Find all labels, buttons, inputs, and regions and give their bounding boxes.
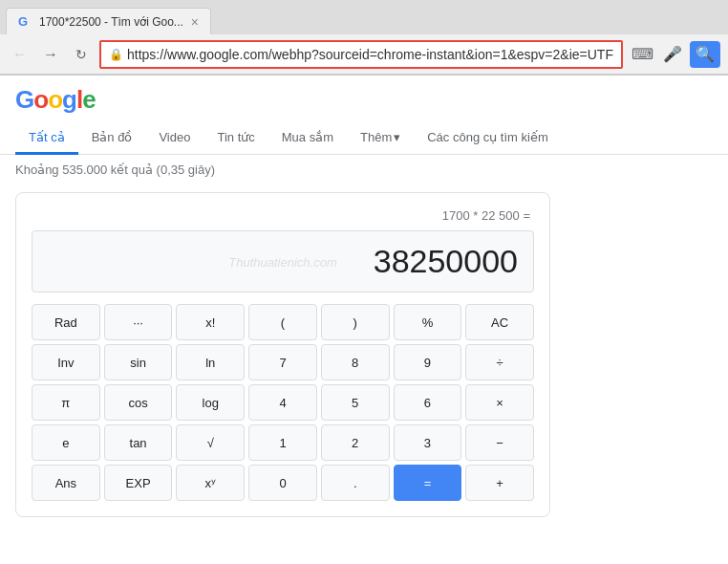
calc-btn-AC[interactable]: AC — [465, 304, 534, 340]
calc-btn-x_[interactable]: xʸ — [176, 465, 245, 501]
calc-btn-_[interactable]: − — [465, 424, 534, 461]
browser-tab[interactable]: G 1700*22500 - Tìm với Goo... × — [6, 8, 211, 34]
logo-o: o — [48, 85, 62, 114]
tab-title: 1700*22500 - Tìm với Goo... — [39, 15, 183, 29]
back-button[interactable]: ← — [8, 42, 32, 67]
calculator-card: 1700 * 22 500 = Thuthuatienich.com 38250… — [15, 192, 550, 517]
calc-btn-9[interactable]: 9 — [394, 344, 462, 380]
tab-favicon: G — [18, 14, 33, 30]
mic-button[interactable]: 🎤 — [659, 41, 686, 68]
calc-btn-_[interactable]: + — [465, 465, 534, 501]
calc-btn-_[interactable]: ( — [248, 304, 317, 340]
calc-btn-_[interactable]: √ — [176, 424, 245, 461]
calc-btn-x_[interactable]: x! — [176, 304, 245, 340]
calc-btn-7[interactable]: 7 — [248, 344, 317, 380]
logo-b: G — [15, 85, 33, 114]
reload-button[interactable]: ↻ — [69, 42, 94, 67]
calc-btn-3[interactable]: 3 — [394, 424, 462, 461]
calc-btn-6[interactable]: 6 — [394, 384, 462, 421]
logo-r1: o — [33, 85, 48, 114]
calc-btn-EXP[interactable]: EXP — [104, 465, 173, 501]
tab-news[interactable]: Tin tức — [203, 122, 268, 155]
calc-btn-8[interactable]: 8 — [321, 344, 390, 380]
calc-btn-_[interactable]: ÷ — [465, 344, 534, 380]
calc-btn-_[interactable]: % — [394, 304, 462, 340]
google-header: Google — [0, 76, 728, 115]
forward-button[interactable]: → — [38, 42, 63, 67]
calc-btn-sin[interactable]: sin — [104, 344, 173, 380]
tab-close-button[interactable]: × — [191, 14, 199, 30]
calc-btn-_[interactable]: ) — [321, 304, 390, 340]
tab-all[interactable]: Tất cả — [15, 122, 78, 155]
calc-btn-Ans[interactable]: Ans — [32, 465, 100, 501]
calc-expression: 1700 * 22 500 = — [32, 208, 534, 223]
calc-btn-4[interactable]: 4 — [248, 384, 317, 421]
calc-btn-ln[interactable]: ln — [176, 344, 245, 380]
calc-btn-cos[interactable]: cos — [104, 384, 173, 421]
page-content: Google Tất cả Bản đồ Video Tin tức Mua s… — [0, 76, 728, 564]
tab-shopping[interactable]: Mua sắm — [268, 122, 347, 155]
results-info: Khoảng 535.000 kết quả (0,35 giây) — [0, 155, 728, 184]
google-logo: Google — [15, 85, 96, 115]
calc-btn-_[interactable]: = — [394, 465, 462, 501]
nav-tabs: Tất cả Bản đồ Video Tin tức Mua sắm Thêm… — [0, 115, 728, 155]
calc-btn-_[interactable]: × — [465, 384, 534, 421]
tab-maps[interactable]: Bản đồ — [78, 122, 146, 155]
lock-icon: 🔒 — [109, 48, 123, 61]
calc-btn-_[interactable]: π — [32, 384, 100, 421]
calc-btn-_[interactable]: . — [321, 465, 390, 501]
favicon-letter: G — [18, 14, 28, 29]
calc-btn-tan[interactable]: tan — [104, 424, 173, 461]
address-input[interactable] — [127, 47, 613, 62]
tab-video[interactable]: Video — [145, 122, 203, 155]
search-button[interactable]: 🔍 — [690, 41, 720, 68]
calc-btn-0[interactable]: 0 — [248, 465, 317, 501]
calc-watermark: Thuthuatienich.com — [228, 254, 336, 269]
tab-tools[interactable]: Các công cụ tìm kiếm — [414, 122, 562, 155]
calc-btn-___[interactable]: ··· — [104, 304, 173, 340]
browser-chrome: G 1700*22500 - Tìm với Goo... × ← → ↻ 🔒 … — [0, 0, 728, 76]
browser-toolbar: ← → ↻ 🔒 ⌨ 🎤 🔍 — [0, 34, 728, 75]
chevron-down-icon: ▾ — [394, 130, 400, 144]
tab-bar: G 1700*22500 - Tìm với Goo... × — [0, 0, 728, 34]
calc-btn-e[interactable]: e — [32, 424, 100, 461]
calc-display: Thuthuatienich.com 38250000 — [32, 230, 534, 293]
calc-buttons-grid: Rad···x!()%ACInvsinln789÷πcoslog456×etan… — [32, 304, 534, 501]
results-count-text: Khoảng 535.000 kết quả (0,35 giây) — [15, 163, 215, 177]
logo-g: g — [62, 85, 76, 114]
toolbar-right-buttons: ⌨ 🎤 🔍 — [629, 41, 720, 68]
address-bar[interactable]: 🔒 — [99, 40, 623, 69]
logo-e: e — [82, 85, 95, 114]
calc-btn-log[interactable]: log — [176, 384, 245, 421]
calc-btn-2[interactable]: 2 — [321, 424, 390, 461]
calc-btn-Rad[interactable]: Rad — [32, 304, 100, 340]
keyboard-button[interactable]: ⌨ — [629, 41, 655, 68]
tab-more[interactable]: Thêm ▾ — [347, 122, 414, 155]
calc-result: 38250000 — [374, 243, 518, 279]
calc-btn-5[interactable]: 5 — [321, 384, 390, 421]
calc-btn-1[interactable]: 1 — [248, 424, 317, 461]
calc-btn-Inv[interactable]: Inv — [32, 344, 100, 380]
